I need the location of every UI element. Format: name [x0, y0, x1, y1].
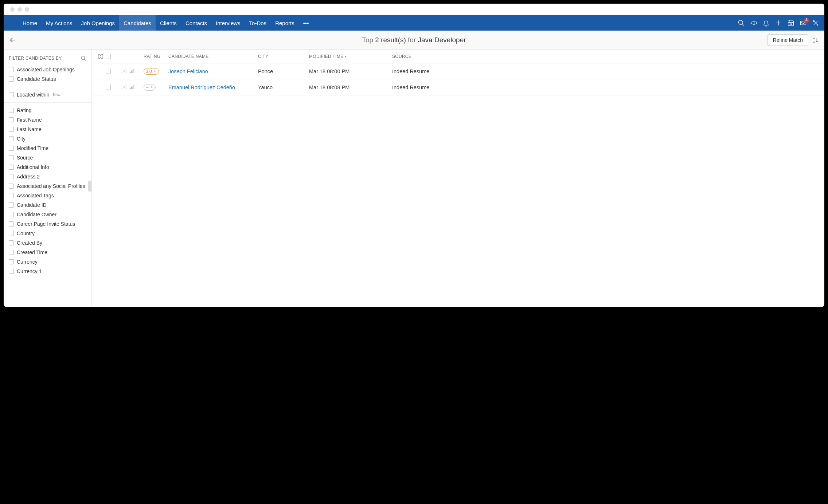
nav-job-openings[interactable]: Job Openings — [77, 15, 120, 31]
filter-currency-1[interactable]: Currency 1 — [9, 267, 89, 276]
filter-label: Candidate Owner — [17, 212, 56, 217]
mail-icon[interactable]: 4 — [800, 19, 807, 27]
filter-candidate-owner[interactable]: Candidate Owner — [9, 210, 89, 219]
filter-candidate-status[interactable]: Candidate Status — [9, 74, 89, 84]
col-time-header[interactable]: MODIFIED TIME▾ — [309, 54, 392, 59]
row-checkbox[interactable] — [106, 69, 111, 74]
nav-candidates[interactable]: Candidates — [119, 15, 156, 31]
filter-candidate-id[interactable]: Candidate ID — [9, 200, 89, 210]
plus-icon[interactable] — [775, 19, 782, 27]
filter-label: Additional Info — [17, 164, 49, 170]
nav-contacts[interactable]: Contacts — [181, 15, 211, 31]
time-cell: Mar 18 08:08 PM — [309, 84, 392, 90]
checkbox[interactable] — [9, 259, 14, 264]
checkbox[interactable] — [9, 240, 14, 245]
filter-separator — [4, 87, 91, 87]
checkbox[interactable] — [9, 136, 14, 141]
checkbox[interactable] — [9, 184, 14, 189]
time-cell: Mar 18 08:00 PM — [309, 68, 392, 74]
nav-my-actions[interactable]: My Actions — [42, 15, 77, 31]
filter-label: Located within — [17, 92, 50, 98]
filter-last-name[interactable]: Last Name — [9, 125, 89, 134]
filter-career-page-invite-status[interactable]: Career Page Invite Status — [9, 219, 89, 229]
checkbox[interactable] — [9, 165, 14, 170]
checkbox[interactable] — [9, 108, 14, 113]
svg-point-0 — [739, 20, 743, 25]
filter-address-2[interactable]: Address 2 — [9, 172, 89, 181]
filter-located-within[interactable]: Located within New — [9, 90, 89, 99]
traffic-close[interactable] — [10, 7, 15, 12]
checkbox[interactable] — [9, 212, 14, 217]
checkbox[interactable] — [9, 231, 14, 236]
nav-reports[interactable]: Reports — [271, 15, 299, 31]
top-nav: Home My Actions Job Openings Candidates … — [4, 15, 824, 31]
filter-label: Modified Time — [17, 145, 48, 151]
checkbox[interactable] — [9, 155, 14, 160]
candidate-link[interactable]: Emanuel Rodríguez Cedeño — [168, 84, 235, 90]
checkbox[interactable] — [9, 117, 14, 122]
filter-associated-tags[interactable]: Associated Tags — [9, 191, 89, 200]
nav-clients[interactable]: Clients — [156, 15, 181, 31]
column-settings-icon[interactable] — [95, 54, 106, 59]
glasses-icon[interactable] — [120, 85, 134, 89]
hamburger-icon[interactable] — [4, 16, 18, 30]
search-filters-icon[interactable] — [81, 55, 86, 61]
candidate-link[interactable]: Joseph Feliciano — [168, 68, 208, 74]
filter-created-by[interactable]: Created By — [9, 238, 89, 248]
svg-text:Z: Z — [813, 40, 815, 43]
checkbox[interactable] — [9, 146, 14, 151]
filter-associated-job-openings[interactable]: Associated Job Openings — [9, 65, 89, 74]
nav-home[interactable]: Home — [18, 15, 42, 31]
city-cell: Yauco — [258, 84, 309, 90]
checkbox[interactable] — [9, 67, 14, 72]
svg-point-13 — [121, 86, 124, 88]
refine-match-button[interactable]: Refine Match — [768, 34, 808, 46]
filter-city[interactable]: City — [9, 134, 89, 143]
filter-first-name[interactable]: First Name — [9, 115, 89, 125]
traffic-minimize[interactable] — [17, 7, 22, 12]
nav-todos[interactable]: To-Dos — [245, 15, 271, 31]
col-name-header[interactable]: CANDIDATE NAME — [168, 54, 258, 59]
checkbox[interactable] — [9, 174, 14, 179]
glasses-icon[interactable] — [120, 69, 134, 73]
checkbox[interactable] — [9, 76, 14, 82]
checkbox[interactable] — [9, 193, 14, 198]
rating-pill[interactable]: 3.0★ — [144, 68, 159, 75]
filter-rating[interactable]: Rating — [9, 106, 89, 115]
checkbox[interactable] — [9, 221, 14, 227]
col-rating-header[interactable]: RATING — [144, 54, 168, 59]
title-for: for — [408, 36, 416, 44]
checkbox[interactable] — [9, 202, 14, 208]
traffic-zoom[interactable] — [25, 7, 29, 12]
filter-modified-time[interactable]: Modified Time — [9, 143, 89, 153]
back-button[interactable] — [4, 36, 22, 44]
filter-country[interactable]: Country — [9, 229, 89, 238]
results-table: RATING CANDIDATE NAME CITY MODIFIED TIME… — [92, 50, 824, 307]
collapse-sidebar-handle[interactable]: ‹ — [88, 181, 92, 192]
filter-currency[interactable]: Currency — [9, 257, 89, 267]
calendar-icon[interactable]: 31 — [787, 19, 794, 27]
checkbox[interactable] — [9, 250, 14, 255]
nav-more[interactable]: ••• — [299, 15, 313, 31]
col-source-header[interactable]: SOURCE — [392, 54, 824, 59]
checkbox[interactable] — [9, 92, 14, 97]
filter-additional-info[interactable]: Additional Info — [9, 162, 89, 172]
checkbox[interactable] — [9, 269, 14, 274]
sidebar-header: FILTER CANDIDATES BY — [9, 54, 89, 65]
select-all-checkbox[interactable] — [106, 54, 111, 59]
tools-icon[interactable] — [812, 19, 819, 27]
search-icon[interactable] — [738, 19, 745, 27]
megaphone-icon[interactable] — [750, 19, 757, 27]
new-badge: New — [53, 93, 60, 97]
checkbox[interactable] — [9, 127, 14, 132]
filter-associated-any-social-profiles[interactable]: Associated any Social Profiles — [9, 181, 89, 191]
filter-source[interactable]: Source — [9, 153, 89, 162]
col-city-header[interactable]: CITY — [258, 54, 309, 59]
nav-interviews[interactable]: Interviews — [211, 15, 245, 31]
bell-icon[interactable] — [762, 19, 770, 27]
sort-az-icon[interactable]: AZ — [812, 36, 819, 44]
row-checkbox[interactable] — [106, 85, 111, 90]
filter-created-time[interactable]: Created Time — [9, 248, 89, 257]
filter-label: Created Time — [17, 249, 47, 255]
rating-pill[interactable]: --★ — [144, 84, 156, 91]
